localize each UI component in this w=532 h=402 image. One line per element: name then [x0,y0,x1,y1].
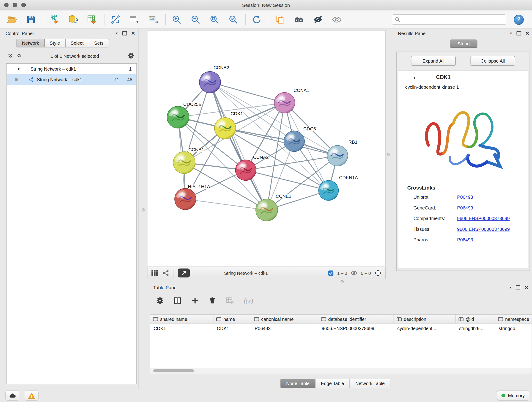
disclosure-triangle-icon[interactable]: ▼ [17,67,20,71]
cell-shared-name[interactable]: CDK1 [150,326,214,331]
column-header[interactable]: description [394,315,456,324]
network-overview-button[interactable] [292,12,306,27]
cloud-status-button[interactable] [6,391,19,401]
create-column-button[interactable] [191,297,199,305]
cell-database-identifier[interactable]: 9606.ENSP00000378699 [318,326,394,331]
copy-button[interactable] [273,12,287,27]
right-splitter-handle[interactable] [387,153,390,156]
compartments-link[interactable]: 9606.ENSP00000378699 [457,213,510,224]
network-node-ccnb1[interactable] [173,152,195,174]
help-button[interactable]: ? [514,15,524,25]
column-header[interactable]: namespace [495,315,532,324]
network-node-cdk1[interactable] [215,118,236,139]
tissues-link[interactable]: 9606.ENSP00000378699 [457,224,510,235]
cell-id[interactable]: stringdb:9... [456,326,495,331]
panel-menu-icon[interactable]: ▼ [115,32,118,35]
column-header[interactable]: database identifier [318,315,394,324]
zoom-selected-button[interactable] [226,12,241,27]
search-input[interactable] [403,17,503,23]
expand-all-button[interactable]: Expand All [411,56,456,66]
show-columns-button[interactable] [174,297,182,305]
open-session-button[interactable] [5,12,19,27]
memory-button[interactable]: Memory [497,391,529,401]
table-row[interactable]: CDK1 CDK1 P06493 9606.ENSP00000378699 cy… [150,324,532,333]
protein-structure-image [418,95,508,181]
warnings-button[interactable] [25,391,38,401]
panel-close-icon[interactable]: ✕ [525,285,529,290]
hide-selected-button[interactable] [311,12,325,27]
tab-node-table[interactable]: Node Table [280,379,315,388]
tab-select[interactable]: Select [65,39,89,48]
cell-name[interactable]: CDK1 [214,326,251,331]
panel-float-icon[interactable] [122,32,127,36]
export-table-button[interactable] [127,12,142,27]
export-image-button[interactable] [146,12,161,27]
close-window-button[interactable] [4,3,9,7]
network-node-hist1h1a[interactable] [175,188,196,210]
disclosure-triangle-icon[interactable]: ▼ [413,75,416,79]
save-session-button[interactable] [24,12,38,27]
column-header[interactable]: @id [456,315,495,324]
panel-close-icon[interactable]: ✕ [131,31,135,36]
column-header[interactable]: name [214,315,251,324]
zoom-window-button[interactable] [21,3,26,7]
refresh-button[interactable] [249,12,264,27]
network-node-cdc6[interactable] [284,131,304,152]
network-node-cdkn1a[interactable] [319,181,339,201]
string-network-icon[interactable] [163,269,170,276]
horizontal-scrollbar[interactable] [150,368,532,374]
cell-canonical-name[interactable]: P06493 [251,326,318,331]
collapse-all-button[interactable]: Collapse All [470,56,515,66]
delete-column-button[interactable] [209,297,216,304]
network-node-ccnb2[interactable] [199,71,221,93]
network-node-ccne1[interactable] [256,199,278,221]
network-view[interactable]: CCNB2CCNA1CDC25BCDK1CDC6RB1CCNB1CCNA2CDK… [147,30,386,267]
network-node-cdc25b[interactable] [167,106,189,128]
network-graph[interactable]: CCNB2CCNA1CDC25BCDK1CDC6RB1CCNB1CCNA2CDK… [147,31,385,266]
genecard-link[interactable]: P06493 [457,203,473,213]
panel-close-icon[interactable]: ✕ [525,31,529,36]
minimize-window-button[interactable] [13,3,17,7]
tab-style[interactable]: Style [44,39,65,48]
network-node-rb1[interactable] [327,146,348,166]
toolbar-separator [104,14,105,26]
first-neighbors-button[interactable] [108,12,123,27]
detach-view-button[interactable] [178,269,190,278]
tab-network[interactable]: Network [17,39,44,48]
zoom-out-button[interactable] [188,12,203,27]
left-splitter-handle[interactable] [142,208,145,211]
scrollbar-thumb[interactable] [153,369,194,372]
zoom-fit-button[interactable] [207,12,222,27]
network-options-gear-button[interactable] [128,52,134,60]
import-network-file-button[interactable] [47,12,62,27]
tab-network-table[interactable]: Network Table [350,379,390,388]
cell-namespace[interactable]: stringdb [495,326,532,331]
network-collection-row[interactable]: ▼ String Network – cdk1 1 [7,64,137,75]
panel-float-icon[interactable] [517,32,521,36]
column-header[interactable]: canonical name [251,315,318,324]
panel-float-icon[interactable] [516,285,520,289]
import-table-file-button[interactable] [85,12,99,27]
collapse-all-icon[interactable] [7,53,13,59]
cell-description[interactable]: cyclin-dependent ... [394,326,456,331]
uniprot-link[interactable]: P06493 [457,192,473,203]
network-node-ccna2[interactable] [235,160,256,181]
birds-eye-grid-icon[interactable] [151,269,158,277]
panel-menu-icon[interactable]: ▼ [509,286,512,289]
zoom-in-button[interactable] [170,12,184,27]
network-row[interactable]: String Network – cdk1 11 48 [7,74,137,85]
network-edge[interactable] [185,199,267,210]
panel-menu-icon[interactable]: ▼ [510,32,513,35]
pharos-link[interactable]: P06493 [457,235,473,245]
tab-edge-table[interactable]: Edge Table [316,379,350,388]
table-settings-gear-button[interactable] [156,297,164,305]
import-network-database-button[interactable] [66,12,80,27]
expand-all-icon[interactable] [17,53,22,59]
column-header[interactable]: shared name [150,315,214,324]
tab-string[interactable]: String [450,40,477,48]
show-all-button[interactable] [330,12,344,27]
tab-sets[interactable]: Sets [89,39,109,48]
pan-crosshair-icon[interactable] [374,269,382,277]
network-edge[interactable] [210,82,267,210]
network-node-ccna1[interactable] [274,93,295,113]
